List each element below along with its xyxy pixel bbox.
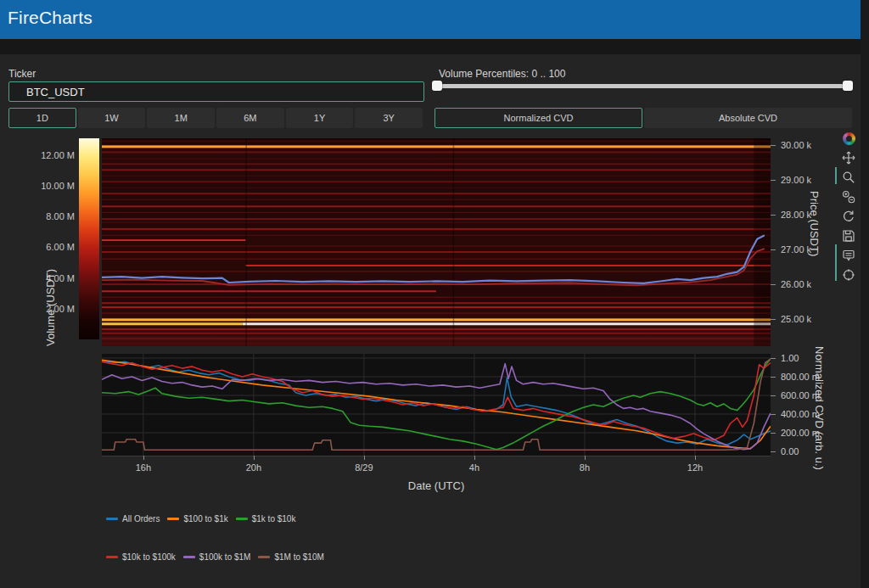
x-axis-title: Date (UTC) — [408, 479, 464, 492]
legend-swatch — [167, 518, 179, 520]
legend-swatch — [106, 556, 118, 558]
modebar-accent-zoom — [835, 167, 837, 184]
cvd-mode-button[interactable]: Normalized CVD — [434, 108, 642, 128]
x-tick-mark — [474, 456, 475, 460]
x-tick-mark — [364, 456, 365, 460]
toolbar-strip — [0, 39, 869, 54]
x-tick-mark — [695, 456, 696, 460]
price-tick-label: 26.00 k — [781, 279, 811, 289]
legend-label: $1M to $10M — [274, 552, 323, 562]
legend-label: $100k to $1M — [199, 552, 251, 562]
timeframe-button-3y[interactable]: 3Y — [355, 108, 423, 128]
x-tick-mark — [143, 456, 144, 460]
legend-item[interactable]: $10k to $100k — [106, 552, 176, 562]
cvd-tick-mark — [771, 433, 776, 434]
percentile-slider-track[interactable] — [434, 84, 852, 88]
colorbar-tick-label: 12.00 M — [24, 150, 75, 160]
price-tick-mark — [771, 145, 776, 146]
right-edge-strip — [861, 0, 869, 588]
timeframe-button-1m[interactable]: 1M — [147, 108, 215, 128]
cvd-tick-mark — [771, 377, 776, 378]
percentile-slider-low-handle[interactable] — [432, 81, 442, 91]
cvd-mode-button[interactable]: Absolute CVD — [644, 108, 852, 128]
percentile-slider-high-handle[interactable] — [843, 81, 853, 91]
legend-swatch — [236, 518, 248, 520]
x-tick-label: 8h — [580, 462, 590, 473]
ticker-label: Ticker — [8, 68, 36, 80]
colorbar-tick-label: 10.00 M — [24, 181, 75, 191]
cvd-tick-mark — [771, 451, 776, 452]
zoom-icon[interactable] — [839, 169, 858, 186]
plotly-logo-icon[interactable] — [839, 130, 858, 147]
x-tick-label: 20h — [246, 462, 261, 473]
volume-colorbar — [79, 138, 99, 339]
cvd-line-plot[interactable] — [102, 354, 771, 456]
x-tick-label: 8/29 — [355, 462, 373, 473]
timeframe-group: 1D1W1M6M1Y3Y — [8, 108, 423, 128]
legend-row: All Orders$100 to $1k$1k to $10k — [106, 514, 295, 524]
price-axis-title: Price (USDT) — [808, 191, 821, 256]
x-axis-line — [102, 456, 771, 456]
firecharts-app: FireCharts Ticker 1D1W1M6M1Y3Y Volume Pe… — [0, 0, 869, 588]
zoom-in-out-icon[interactable] — [839, 188, 858, 205]
x-tick-label: 12h — [687, 462, 703, 473]
timeframe-button-1y[interactable]: 1Y — [286, 108, 354, 128]
reset-axes-icon[interactable] — [839, 208, 858, 225]
price-tick-mark — [771, 284, 776, 285]
legend-row: $10k to $100k$100k to $1M$1M to $10M — [106, 552, 324, 562]
cvd-tick-mark — [771, 414, 776, 415]
legend-label: All Orders — [122, 514, 160, 524]
pan-icon[interactable] — [839, 149, 858, 166]
colorbar-tick-label: 2.00 M — [24, 304, 75, 314]
cvd-tick-mark — [771, 395, 776, 396]
legend-label: $10k to $100k — [122, 552, 176, 562]
timeframe-button-6m[interactable]: 6M — [216, 108, 284, 128]
price-tick-label: 28.00 k — [781, 210, 811, 220]
price-tick-mark — [771, 319, 776, 320]
legend-label: $100 to $1k — [183, 514, 227, 524]
legend-swatch — [258, 556, 270, 558]
legend-swatch — [106, 518, 118, 520]
price-tick-label: 25.00 k — [781, 314, 811, 324]
price-tick-mark — [771, 180, 776, 181]
legend-label: $1k to $10k — [252, 514, 296, 524]
legend-item[interactable]: All Orders — [106, 514, 160, 524]
price-tick-mark — [771, 249, 776, 250]
legend-item[interactable]: $1k to $10k — [236, 514, 296, 524]
x-tick-label: 16h — [136, 462, 151, 473]
x-tick-mark — [254, 456, 255, 460]
legend-item[interactable]: $1M to $10M — [258, 552, 323, 562]
colorbar-tick-label: 6.00 M — [24, 242, 75, 252]
app-title: FireCharts — [8, 8, 93, 28]
timeframe-button-1d[interactable]: 1D — [8, 108, 76, 128]
plot-modebar — [838, 130, 859, 283]
cvd-axis-title: Normalized CVD (arb. u.) — [813, 346, 826, 470]
volume-percentiles-label: Volume Percentiles: 0 .. 100 — [439, 68, 565, 80]
volume-heatmap-plot[interactable] — [102, 138, 771, 346]
legend-item[interactable]: $100k to $1M — [183, 552, 251, 562]
colorbar-tick-label: 4.00 M — [24, 273, 75, 283]
x-tick-mark — [585, 456, 586, 460]
spike-lines-icon[interactable] — [839, 266, 858, 283]
colorbar-tick-label: 8.00 M — [24, 211, 75, 221]
cvd-tick-label: 1.00 — [781, 353, 799, 363]
price-tick-label: 30.00 k — [781, 140, 811, 150]
price-tick-label: 27.00 k — [781, 244, 811, 255]
cvd-tick-mark — [771, 358, 776, 359]
app-header: FireCharts — [0, 0, 869, 39]
cvd-mode-group: Normalized CVDAbsolute CVD — [434, 108, 852, 128]
x-tick-label: 4h — [469, 462, 479, 473]
legend-swatch — [183, 556, 195, 558]
modebar-accent-hover — [835, 244, 837, 281]
ticker-input[interactable] — [8, 81, 424, 102]
save-icon[interactable] — [839, 227, 858, 244]
hover-tooltip-icon[interactable] — [839, 247, 858, 264]
timeframe-button-1w[interactable]: 1W — [78, 108, 146, 128]
cvd-tick-label: 0.00 — [781, 446, 799, 456]
legend-item[interactable]: $100 to $1k — [167, 514, 227, 524]
price-tick-mark — [771, 215, 776, 216]
price-tick-label: 29.00 k — [781, 175, 811, 185]
